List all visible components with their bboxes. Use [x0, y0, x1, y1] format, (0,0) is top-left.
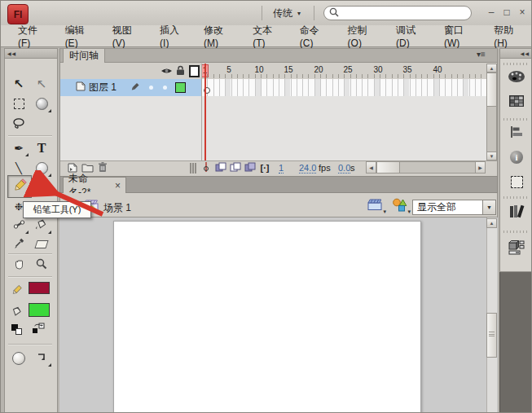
layer-lock-dot-icon[interactable]: [163, 86, 167, 90]
minimize-button[interactable]: –: [485, 6, 498, 19]
library-panel-button[interactable]: [507, 201, 526, 224]
panel-splitter-handle[interactable]: [190, 163, 196, 174]
pencil-tool-button[interactable]: [7, 175, 32, 198]
app-logo-icon[interactable]: Fl: [7, 4, 29, 24]
scroll-up-button[interactable]: ▲: [486, 64, 497, 72]
menu-item-control[interactable]: 控制(O): [339, 25, 387, 46]
tab-document[interactable]: 未命名-2* ×: [63, 177, 126, 193]
menu-item-debug[interactable]: 调试(D): [387, 25, 435, 46]
chevron-down-icon[interactable]: ▼: [482, 200, 495, 214]
flyout-triangle-icon: [48, 109, 51, 112]
eye-icon: [160, 66, 173, 77]
stroke-color-swatch[interactable]: [29, 282, 50, 294]
lasso-tool-button[interactable]: [8, 115, 29, 134]
menu-item-edit[interactable]: 编辑(E): [56, 25, 103, 46]
3d-rotation-tool-button[interactable]: [31, 94, 52, 113]
pen-tool-button[interactable]: ✒: [8, 138, 29, 157]
layer-outline-color-swatch[interactable]: [175, 82, 186, 93]
search-box[interactable]: [323, 6, 472, 20]
show-outlines-button[interactable]: [189, 66, 200, 77]
menu-item-window[interactable]: 窗口(W): [435, 25, 485, 46]
onion-skin-outlines-button[interactable]: [229, 162, 242, 174]
object-drawing-toggle[interactable]: [8, 349, 29, 367]
scroll-up-button[interactable]: ▲: [486, 218, 497, 228]
menu-item-help[interactable]: 帮助(H): [485, 25, 532, 46]
menu-item-insert[interactable]: 插入(I): [151, 25, 195, 46]
snap-to-objects-toggle[interactable]: [31, 349, 52, 367]
fill-color-swatch[interactable]: [29, 303, 50, 317]
dock-grip-dots[interactable]: [503, 196, 529, 199]
frames-grid[interactable]: [201, 79, 486, 97]
scrollbar-thumb[interactable]: [486, 313, 497, 358]
tab-timeline[interactable]: 时间轴: [63, 48, 105, 63]
oval-tool-button[interactable]: [31, 159, 52, 178]
brush-tool-button[interactable]: [31, 177, 52, 196]
eyedropper-tool-button[interactable]: [8, 235, 29, 253]
layer-page-icon: [75, 81, 86, 94]
black-white-colors-button[interactable]: [11, 324, 24, 336]
layer-row[interactable]: 图层 1: [60, 79, 201, 96]
layer-name[interactable]: 图层 1: [89, 81, 117, 94]
maximize-button[interactable]: □: [500, 6, 513, 19]
onion-skin-button[interactable]: [214, 162, 227, 174]
lock-all-layers-button[interactable]: [175, 66, 186, 77]
color-panel-button[interactable]: [507, 68, 526, 87]
scroll-right-button[interactable]: ▶: [475, 161, 486, 174]
swatches-panel-button[interactable]: [507, 92, 526, 112]
brush-icon: [36, 179, 48, 194]
edit-multiple-frames-button[interactable]: [244, 162, 257, 174]
layer-visibility-dot-icon[interactable]: [149, 86, 153, 90]
dock-grip-dots[interactable]: [503, 118, 529, 121]
dock-collapse-button[interactable]: ◀◀: [499, 48, 532, 59]
tools-panel-collapse-button[interactable]: ◀◀: [4, 48, 58, 59]
selection-tool-button[interactable]: ↖: [8, 74, 29, 93]
edit-symbols-button[interactable]: ▾: [389, 198, 409, 213]
swap-colors-button[interactable]: [30, 323, 46, 336]
frame-rate-value[interactable]: 24.0: [299, 163, 316, 174]
free-transform-tool-button[interactable]: [8, 94, 29, 113]
playhead[interactable]: [204, 64, 206, 160]
edit-scene-button[interactable]: ▾: [365, 199, 385, 213]
outline-square-icon: [189, 65, 200, 77]
menu-item-text[interactable]: 文本(T): [244, 25, 291, 46]
menu-item-commands[interactable]: 命令(C): [291, 25, 339, 46]
frame-number: 10: [251, 65, 267, 74]
panel-menu-icon[interactable]: ▾≡: [477, 50, 486, 59]
scroll-left-button[interactable]: ◀: [366, 161, 376, 174]
stage-canvas[interactable]: [113, 221, 421, 413]
zoom-tool-button[interactable]: [31, 256, 52, 275]
bone-tool-button[interactable]: [8, 216, 29, 235]
eraser-tool-button[interactable]: [31, 235, 52, 253]
paint-bucket-tool-button[interactable]: [31, 216, 52, 235]
subselection-tool-button[interactable]: ↖: [31, 74, 52, 93]
show-hide-all-layers-button[interactable]: [160, 66, 174, 77]
text-tool-button[interactable]: T: [31, 138, 52, 157]
workspace-switcher-button[interactable]: 传统 ▾: [270, 7, 304, 20]
scrollbar-thumb[interactable]: [376, 161, 400, 174]
elapsed-time-value[interactable]: 0.0: [338, 163, 350, 174]
current-frame-value[interactable]: 1: [279, 163, 284, 174]
close-button[interactable]: ×: [516, 6, 529, 19]
align-panel-button[interactable]: [507, 123, 526, 143]
menu-item-modify[interactable]: 修改(M): [195, 25, 244, 46]
menu-item-view[interactable]: 视图(V): [103, 25, 151, 46]
onion-skin-outlines-icon: [230, 162, 241, 174]
scroll-down-button[interactable]: ▼: [486, 152, 497, 160]
info-panel-button[interactable]: i: [507, 147, 526, 167]
search-input[interactable]: [342, 7, 466, 19]
menu-item-file[interactable]: 文件(F): [9, 25, 56, 46]
dock-grip-dots[interactable]: [503, 63, 529, 65]
dock-grip-dots[interactable]: [503, 231, 529, 233]
scrollbar-thumb[interactable]: [486, 72, 497, 107]
transform-panel-button[interactable]: [507, 172, 526, 191]
scene-name-label[interactable]: 场景 1: [103, 201, 131, 215]
menu-bar: 文件(F) 编辑(E) 视图(V) 插入(I) 修改(M) 文本(T) 命令(C…: [1, 25, 532, 47]
modify-markers-button[interactable]: [·]: [257, 161, 272, 174]
bone-icon: [13, 219, 25, 232]
stage-zoom-dropdown[interactable]: 显示全部 ▼: [412, 200, 496, 215]
components-panel-button[interactable]: [507, 237, 526, 260]
close-tab-icon[interactable]: ×: [115, 180, 121, 191]
frame-ruler-ticks[interactable]: [201, 74, 486, 78]
center-frame-button[interactable]: [200, 162, 211, 174]
hand-tool-button[interactable]: [8, 256, 29, 275]
